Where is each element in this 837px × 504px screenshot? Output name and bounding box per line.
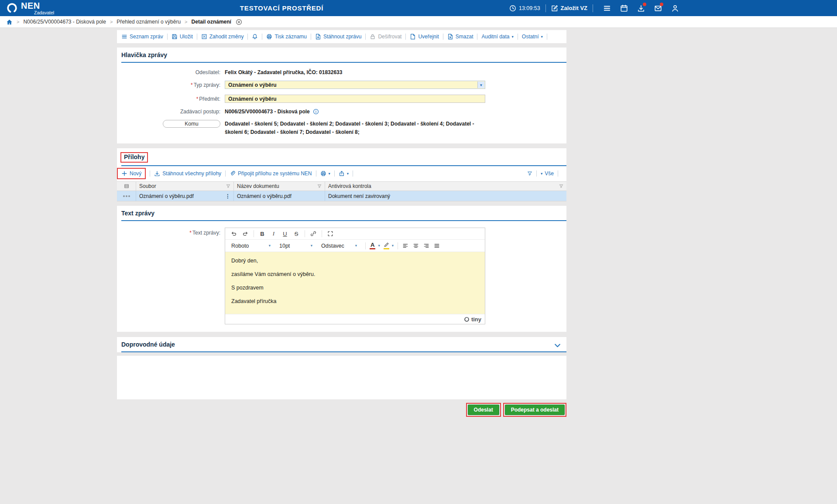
align-right-icon[interactable] — [421, 241, 432, 251]
downloads-icon[interactable] — [632, 3, 649, 14]
publish-button[interactable]: Uveřejnit — [410, 34, 439, 40]
environment-title: TESTOVACÍ PROSTŘEDÍ — [54, 4, 509, 12]
paragraph: Dobrý den, — [231, 258, 479, 264]
column-header-antivirova-kontrola[interactable]: Antivirová kontrola — [325, 182, 566, 191]
chevron-down-icon: ▾ — [329, 172, 330, 176]
cell-nazev-dokumentu: Oznámení o výběru.pdf — [234, 191, 325, 201]
column-header-nazev-dokumentu[interactable]: Název dokumentu — [234, 182, 325, 191]
row-handle-icon[interactable] — [123, 195, 130, 197]
separator — [398, 242, 398, 249]
breadcrumb-item-procedure[interactable]: N006/25/V00004673 - Disková pole — [23, 19, 106, 25]
link-icon[interactable] — [308, 229, 319, 238]
top-bar: NEN Zadavatel TESTOVACÍ PROSTŘEDÍ 13:09:… — [0, 0, 837, 16]
cell-antivirova-kontrola: Dokument není zavirovaný — [325, 191, 566, 201]
new-attachment-button[interactable]: Nový — [119, 170, 144, 177]
message-list-button[interactable]: Seznam zpráv — [121, 34, 163, 40]
strikethrough-button[interactable]: S — [291, 229, 302, 238]
separator — [150, 170, 150, 177]
block-format-select[interactable]: Odstavec▾ — [319, 241, 360, 251]
column-header-soubor[interactable]: Soubor — [136, 182, 234, 191]
chevron-down-icon: ▾ — [355, 244, 357, 248]
required-marker: * — [196, 96, 199, 102]
row-menu-icon[interactable]: ⋮ — [225, 193, 230, 199]
chevron-down-icon[interactable]: ▾ — [477, 82, 484, 88]
separator — [262, 34, 262, 40]
sign-and-send-button[interactable]: Podepsat a odeslat — [505, 405, 565, 415]
audit-data-menu[interactable]: Auditní data▾ — [481, 34, 513, 40]
create-vz-button[interactable]: Založit VZ — [551, 5, 587, 12]
align-center-icon[interactable] — [411, 241, 421, 251]
filter-icon[interactable] — [226, 184, 230, 188]
additional-data-panel: Doprovodné údaje — [117, 337, 566, 352]
tinymce-logo: tiny — [464, 316, 481, 323]
annotation-box: Podepsat a odeslat — [503, 403, 566, 417]
close-icon[interactable] — [236, 19, 242, 25]
filter-icon[interactable] — [559, 184, 563, 188]
section-head: Hlavička zprávy — [121, 48, 566, 63]
print-menu-button[interactable]: ▾ — [320, 170, 330, 177]
download-all-attachments-button[interactable]: Stáhnout všechny přílohy — [154, 170, 221, 177]
collapse-chevron-icon[interactable] — [554, 342, 561, 349]
separator — [443, 34, 443, 40]
sender-label: Odesílatel: — [117, 69, 225, 75]
messages-icon[interactable] — [649, 3, 666, 14]
menu-icon[interactable] — [598, 3, 615, 14]
save-button[interactable]: Uložit — [172, 34, 193, 40]
highlight-color-button[interactable]: ▾ — [384, 242, 394, 249]
fullscreen-icon[interactable] — [325, 229, 336, 238]
discard-changes-button[interactable]: Zahodit změny — [201, 34, 244, 40]
record-toolbar: Seznam zpráv Uložit Zahodit změny Tisk z… — [117, 30, 566, 43]
show-all-toggle[interactable]: ▾Vše — [541, 170, 554, 177]
section-title-message-text: Text zprávy — [121, 210, 154, 217]
redo-button[interactable] — [240, 229, 250, 238]
filter-icon[interactable] — [317, 184, 322, 188]
subject-input[interactable] — [225, 95, 485, 103]
nen-logo[interactable]: NEN Zadavatel — [6, 1, 54, 15]
font-family-select[interactable]: Roboto▾ — [229, 241, 273, 251]
filter-icon[interactable] — [527, 171, 532, 176]
italic-button[interactable]: I — [268, 229, 279, 238]
undo-button[interactable] — [229, 229, 239, 238]
bell-icon[interactable] — [252, 34, 258, 40]
bold-button[interactable]: B — [257, 229, 268, 238]
send-button[interactable]: Odeslat — [468, 405, 499, 415]
separator — [593, 4, 593, 12]
other-menu[interactable]: Ostatní▾ — [522, 34, 543, 40]
align-justify-icon[interactable] — [432, 241, 442, 251]
message-type-select[interactable]: Oznámení o výběru ▾ — [225, 81, 485, 89]
footer-actions: Odeslat Podepsat a odeslat — [117, 403, 566, 417]
info-icon[interactable] — [313, 109, 319, 115]
print-record-button[interactable]: Tisk záznamu — [266, 34, 307, 40]
grid-settings-icon[interactable] — [117, 182, 136, 191]
export-menu-button[interactable]: ▾ — [339, 170, 349, 177]
user-icon[interactable] — [666, 3, 683, 14]
annotation-box: Přílohy — [120, 152, 148, 163]
chevron-down-icon: ▾ — [378, 244, 380, 248]
separator — [405, 34, 406, 40]
underline-button[interactable]: U — [280, 229, 290, 238]
editor-content[interactable]: Dobrý den, zasíláme Vám oznámení o výběr… — [225, 252, 485, 314]
annotation-box: Nový — [117, 168, 146, 179]
chevron-down-icon: ▾ — [269, 244, 271, 248]
chevron-down-icon: ▾ — [347, 172, 349, 176]
home-icon[interactable] — [6, 19, 13, 25]
align-left-icon[interactable] — [400, 241, 411, 251]
recipients-button[interactable]: Komu — [163, 120, 220, 128]
text-color-button[interactable]: A▾ — [370, 242, 380, 249]
message-header-panel: Hlavička zprávy Odesílatel: Felix Okátý … — [117, 48, 566, 143]
message-type-value: Oznámení o výběru — [228, 82, 277, 88]
attach-from-nen-button[interactable]: Připojit přílohu ze systému NEN — [230, 170, 312, 177]
delete-button[interactable]: Smazat — [447, 34, 473, 40]
cell-soubor: Oznámení o výběru.pdf — [139, 193, 194, 199]
font-size-select[interactable]: 10pt▾ — [277, 241, 315, 251]
nen-logo-icon — [6, 2, 18, 14]
logo-text: NEN — [21, 1, 54, 10]
section-head: Text zprávy — [121, 206, 566, 221]
separator — [365, 34, 366, 40]
separator — [365, 242, 366, 249]
table-row[interactable]: Oznámení o výběru.pdf ⋮ Oznámení o výběr… — [117, 191, 566, 201]
empty-panel — [117, 356, 566, 399]
download-message-button[interactable]: Stáhnout zprávu — [315, 34, 361, 40]
breadcrumb-item-overview[interactable]: Přehled oznámení o výběru — [117, 19, 181, 25]
calendar-icon[interactable] — [615, 3, 632, 14]
